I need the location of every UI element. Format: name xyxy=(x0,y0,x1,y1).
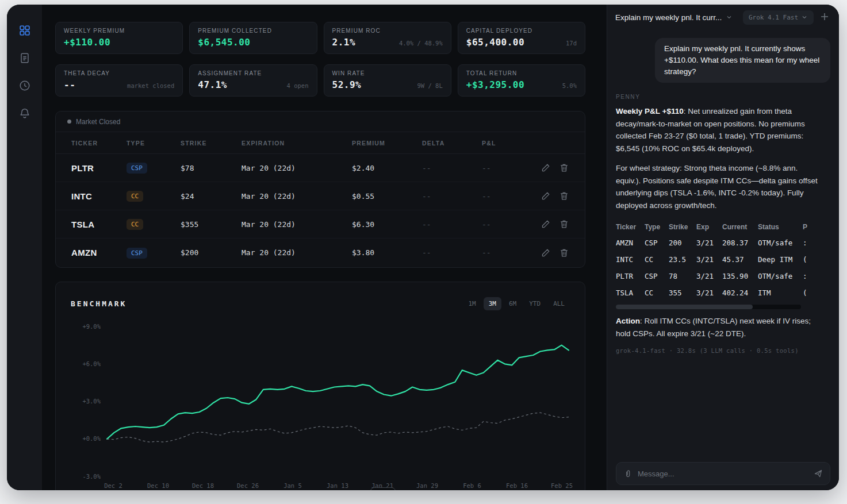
chat-header: Explain my weekly pnl. It curr... Grok 4… xyxy=(607,5,839,30)
chat-table-scrollbar-thumb[interactable] xyxy=(616,305,753,309)
chat-table-cell: CSP xyxy=(645,272,669,280)
edit-position-button[interactable] xyxy=(541,219,551,229)
position-pnl: -- xyxy=(482,192,537,201)
chat-table-row: TSLACC3553/21402.24ITM( xyxy=(616,284,816,301)
stat-card: PREMIUM ROC2.1%4.0% / 48.9% xyxy=(324,22,451,54)
type-badge: CC xyxy=(127,219,143,230)
sidebar-item-bell[interactable] xyxy=(18,107,31,120)
delete-position-button[interactable] xyxy=(559,248,569,258)
stat-card: WIN RATE52.9%9W / 8L xyxy=(324,64,451,97)
chevron-down-icon xyxy=(726,14,733,21)
chat-table-cell: CSP xyxy=(645,238,669,247)
benchmark-panel: BENCHMARK 1M3M6MYTDALL +9.0%+6.0%+3.0%+0… xyxy=(55,282,585,490)
sidebar xyxy=(7,5,42,490)
stat-label: PREMIUM COLLECTED xyxy=(198,28,308,34)
stat-label: THETA DECAY xyxy=(64,70,174,76)
paperclip-icon[interactable] xyxy=(623,469,633,478)
edit-position-button[interactable] xyxy=(541,163,551,173)
assistant-name: PENNY xyxy=(616,94,830,100)
delete-position-button[interactable] xyxy=(559,219,569,229)
stat-value: $65,400.00 xyxy=(466,37,524,48)
chat-table-cell: 3/21 xyxy=(696,288,722,297)
range-button-ytd[interactable]: YTD xyxy=(524,297,546,310)
model-selector[interactable]: Grok 4.1 Fast xyxy=(743,10,814,25)
column-header: STRIKE xyxy=(181,140,242,147)
position-type: CSP xyxy=(127,162,181,174)
chat-table-row: PLTRCSP783/21135.90OTM/safe: xyxy=(616,268,816,284)
sidebar-item-dashboard[interactable] xyxy=(18,24,31,37)
market-status-dot xyxy=(67,120,71,124)
y-axis-label: +9.0% xyxy=(82,323,101,330)
stat-label: CAPITAL DEPLOYED xyxy=(466,28,577,34)
response-metadata: grok-4.1-fast · 32.8s (3 LLM calls · 0.5… xyxy=(616,347,830,354)
x-axis-label: Feb 25 xyxy=(551,482,573,489)
x-axis-label: Jan 29 xyxy=(416,482,438,489)
stat-label: ASSIGNMENT RATE xyxy=(198,70,308,76)
y-axis-label: +0.0% xyxy=(82,435,101,442)
position-type: CC xyxy=(127,218,181,230)
dashboard-icon xyxy=(18,24,31,37)
range-selector: 1M3M6MYTDALL xyxy=(463,297,570,310)
conversation-selector[interactable]: Explain my weekly pnl. It curr... xyxy=(615,13,733,22)
position-pnl: -- xyxy=(482,164,537,172)
chat-column-header: Status xyxy=(758,223,803,231)
position-expiration: Mar 20 (22d) xyxy=(242,248,352,257)
chat-table-cell-clipped: ( xyxy=(803,288,808,297)
delete-position-button[interactable] xyxy=(559,163,569,173)
edit-position-button[interactable] xyxy=(541,191,551,201)
range-button-all[interactable]: ALL xyxy=(548,297,570,310)
position-expiration: Mar 20 (22d) xyxy=(242,164,352,172)
position-ticker: AMZN xyxy=(71,248,127,257)
stat-value: 2.1% xyxy=(332,37,356,48)
position-ticker: PLTR xyxy=(71,163,127,173)
chat-column-header-clipped: P xyxy=(803,223,808,231)
sidebar-item-document[interactable] xyxy=(18,52,31,64)
stat-note: 17d xyxy=(566,40,577,47)
main-content: WEEKLY PREMIUM+$110.00PREMIUM COLLECTED$… xyxy=(42,5,607,490)
trash-icon xyxy=(559,191,569,201)
position-type: CSP xyxy=(127,247,181,259)
chat-table-row: AMZNCSP2003/21208.37OTM/safe: xyxy=(616,234,816,251)
market-status: Market Closed xyxy=(56,111,585,132)
bottom-scroll-handle[interactable] xyxy=(370,487,396,490)
stat-label: PREMIUM ROC xyxy=(332,28,443,34)
assistant-action-paragraph: Action: Roll ITM CCs (INTC/TSLA) next we… xyxy=(616,315,818,340)
y-axis-label: -3.0% xyxy=(82,473,101,480)
x-axis-label: Dec 2 xyxy=(104,482,122,489)
range-button-3m[interactable]: 3M xyxy=(484,297,501,310)
chat-table-cell: 208.37 xyxy=(722,238,758,247)
edit-position-button[interactable] xyxy=(541,248,551,258)
chat-column-header: Exp xyxy=(696,223,722,231)
column-header: P&L xyxy=(482,140,537,147)
chat-table-cell-clipped: : xyxy=(803,238,808,247)
market-status-label: Market Closed xyxy=(76,118,120,126)
clock-icon xyxy=(18,79,31,92)
position-row: PLTRCSP$78Mar 20 (22d)$2.40---- xyxy=(56,154,585,182)
position-row: TSLACC$355Mar 20 (22d)$6.30---- xyxy=(56,210,585,238)
new-chat-button[interactable] xyxy=(818,11,831,24)
chat-table-cell: TSLA xyxy=(616,288,645,297)
chat-table-scrollbar xyxy=(616,305,801,309)
position-actions xyxy=(537,219,569,229)
position-expiration: Mar 20 (22d) xyxy=(242,192,352,201)
position-ticker: INTC xyxy=(71,191,127,201)
positions-panel: Market Closed TICKERTYPESTRIKEEXPIRATION… xyxy=(55,111,585,268)
position-strike: $24 xyxy=(181,192,242,201)
chat-column-header: Ticker xyxy=(616,223,645,231)
chat-table-cell: 200 xyxy=(669,238,696,247)
send-icon[interactable] xyxy=(814,469,823,478)
assistant-paragraph-2: For wheel strategy: Strong theta income … xyxy=(616,162,818,211)
chat-table-header: TickerTypeStrikeExpCurrentStatusP xyxy=(616,219,816,234)
trash-icon xyxy=(559,219,569,229)
sidebar-item-clock[interactable] xyxy=(18,79,31,92)
position-delta: -- xyxy=(422,164,482,172)
range-button-1m[interactable]: 1M xyxy=(463,297,481,310)
message-input[interactable] xyxy=(638,470,808,478)
type-badge: CSP xyxy=(127,163,147,174)
assistant-message: Weekly P&L +$110: Net unrealized gain fr… xyxy=(616,105,830,354)
range-button-6m[interactable]: 6M xyxy=(504,297,522,310)
chat-table-cell: OTM/safe xyxy=(758,272,803,280)
column-header: EXPIRATION xyxy=(242,140,352,147)
delete-position-button[interactable] xyxy=(559,191,569,201)
position-delta: -- xyxy=(422,220,482,229)
